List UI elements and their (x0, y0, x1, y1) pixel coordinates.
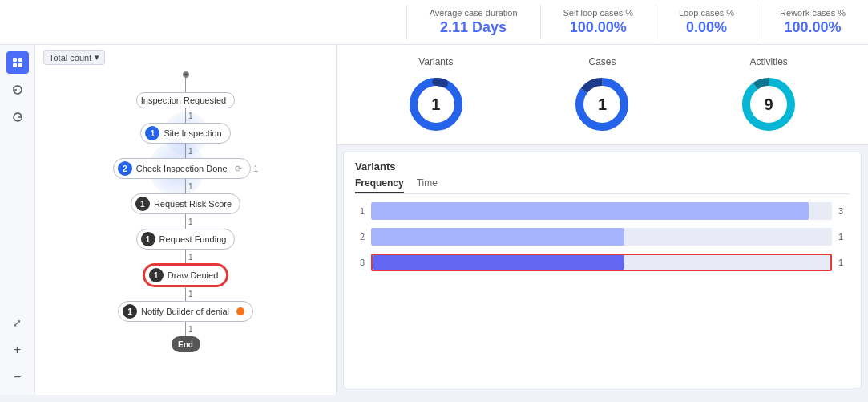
node-pill-inspection-requested: Inspection Requested (136, 92, 235, 108)
donuts-section: Variants 1 Cases (337, 45, 868, 145)
connector-2: 1 (185, 144, 186, 158)
refresh-button[interactable] (6, 79, 29, 101)
connector-6: 1 (185, 286, 186, 301)
variant-row-1[interactable]: 1 3 (355, 202, 850, 220)
variant-bar-1-bg (371, 202, 832, 220)
donut-variants-value: 1 (431, 95, 440, 114)
connector-label-7: 1 (188, 325, 193, 334)
flow-node-check-inspection[interactable]: 2 Check Inspection Done ⟳ 1 (113, 158, 258, 179)
flow-node-draw-denied[interactable]: 1 Draw Denied (143, 264, 228, 286)
node-label-request-funding: Request Funding (159, 234, 227, 244)
variant-row-3[interactable]: 3 1 (355, 254, 850, 271)
flow-node-inspection-requested[interactable]: Inspection Requested (136, 92, 235, 108)
start-node (183, 71, 189, 78)
node-pill-request-risk: 1 Request Risk Score (131, 193, 240, 214)
variants-section: Variants Frequency Time 1 3 2 1 (343, 152, 862, 388)
connector-7: 1 (185, 322, 186, 336)
metric-loop-cases-label: Loop cases % (679, 8, 734, 18)
refresh-icon (12, 84, 23, 95)
svg-rect-2 (13, 63, 17, 67)
flow-header: Total count ▾ (43, 50, 328, 65)
flow-view-button[interactable] (6, 51, 29, 74)
flow-icon (12, 57, 23, 68)
settings-button[interactable] (6, 106, 29, 128)
variant-bar-1-val: 3 (838, 206, 850, 216)
node-pill-check-inspection: 2 Check Inspection Done ⟳ (113, 158, 251, 179)
settings-icon (12, 112, 23, 123)
metric-rework-cases-value: 100.00% (780, 19, 846, 36)
svg-rect-0 (13, 58, 17, 62)
connector-label-2: 1 (188, 147, 193, 156)
fit-screen-button[interactable]: ⤢ (6, 311, 29, 334)
tab-time[interactable]: Time (417, 177, 438, 193)
variants-title: Variants (355, 160, 850, 173)
right-panel: Variants 1 Cases (337, 45, 868, 395)
variant-bar-3-bg (371, 254, 832, 271)
node-pill-draw-denied: 1 Draw Denied (143, 264, 228, 286)
node-badge-notify-builder: 1 (123, 304, 137, 319)
connector-label-3: 1 (188, 182, 193, 191)
connector-label-1: 1 (188, 112, 193, 120)
node-label-notify-builder: Notify Builder of denial (141, 307, 229, 316)
node-label-check-inspection: Check Inspection Done (136, 164, 228, 173)
metric-rework-cases: Rework cases % 100.00% (757, 5, 868, 39)
connector-label-4: 1 (188, 217, 193, 226)
metric-self-loop-value: 100.00% (563, 19, 633, 36)
donut-variants: Variants 1 (404, 56, 468, 136)
zoom-out-button[interactable]: − (6, 366, 29, 388)
metric-self-loop: Self loop cases % 100.00% (540, 5, 656, 39)
variant-row-1-num: 1 (355, 206, 365, 216)
donut-activities-value: 9 (765, 95, 773, 114)
process-flow: Total count ▾ Inspection Requested 1 (35, 45, 336, 395)
donut-variants-label: Variants (418, 56, 453, 67)
flow-node-notify-builder[interactable]: 1 Notify Builder of denial (118, 301, 253, 322)
metric-rework-cases-label: Rework cases % (780, 8, 846, 18)
metric-loop-cases-value: 0.00% (679, 19, 734, 36)
loop-count: 1 (254, 164, 259, 173)
node-badge-draw-denied: 1 (149, 268, 164, 282)
donut-activities: Activities 9 (737, 56, 801, 136)
connector-4: 1 (185, 214, 186, 229)
connector-1: 1 (185, 108, 186, 123)
variant-bar-2-fill (371, 228, 624, 246)
donut-cases: Cases 1 (570, 56, 634, 136)
total-count-label: Total count (49, 53, 91, 63)
variant-row-2[interactable]: 2 1 (355, 228, 850, 246)
zoom-in-button[interactable]: + (6, 339, 29, 361)
node-badge-request-risk: 1 (135, 197, 150, 211)
node-label-inspection-requested: Inspection Requested (141, 95, 226, 105)
donut-activities-label: Activities (749, 56, 787, 67)
variant-bar-1-fill (371, 202, 809, 220)
node-label-site-inspection: Site Inspection (164, 128, 221, 138)
node-badge-request-funding: 1 (141, 232, 155, 246)
flow-node-request-funding[interactable]: 1 Request Funding (136, 229, 236, 250)
node-pill-site-inspection: 1 Site Inspection (140, 123, 230, 144)
connector-5: 1 (185, 250, 186, 264)
donut-cases-value: 1 (598, 95, 607, 114)
total-count-selector[interactable]: Total count ▾ (43, 50, 105, 65)
variant-bar-3-fill (373, 255, 624, 270)
flow-node-site-inspection[interactable]: 1 Site Inspection (140, 123, 230, 144)
svg-rect-1 (18, 58, 22, 62)
flow-node-request-risk[interactable]: 1 Request Risk Score (131, 193, 240, 214)
svg-rect-3 (18, 63, 22, 67)
node-badge-site-inspection: 1 (145, 126, 159, 140)
metric-avg-duration-label: Average case duration (430, 8, 518, 18)
chevron-down-icon: ▾ (95, 52, 99, 63)
donut-cases-chart: 1 (570, 72, 634, 136)
connector-label-6: 1 (188, 290, 193, 298)
tab-frequency[interactable]: Frequency (355, 177, 404, 193)
metric-loop-cases: Loop cases % 0.00% (656, 5, 757, 39)
node-label-draw-denied: Draw Denied (168, 270, 219, 280)
end-node: End (172, 336, 200, 352)
node-badge-check-inspection: 2 (118, 161, 132, 176)
node-pill-request-funding: 1 Request Funding (136, 229, 236, 250)
metric-avg-duration: Average case duration 2.11 Days (406, 5, 540, 39)
variant-bar-2-val: 1 (838, 232, 850, 242)
variants-tabs: Frequency Time (355, 177, 850, 194)
left-panel: ⤢ + − Total count ▾ Inspect (0, 45, 337, 395)
main-layout: ⤢ + − Total count ▾ Inspect (0, 45, 868, 395)
loop-arrow-icon: ⟳ (235, 164, 242, 174)
metric-self-loop-label: Self loop cases % (563, 8, 633, 18)
variant-row-2-num: 2 (355, 232, 365, 242)
